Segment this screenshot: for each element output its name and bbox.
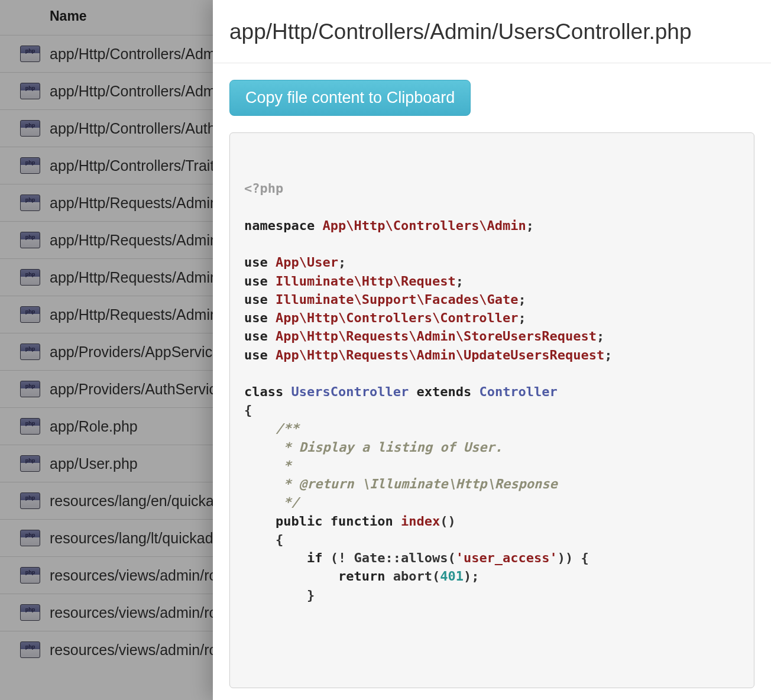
code-preview: <?php namespace App\Http\Controllers\Adm… [229, 132, 754, 688]
copy-to-clipboard-button[interactable]: Copy file content to Clipboard [229, 80, 471, 116]
modal-body: Copy file content to Clipboard <?php nam… [213, 63, 771, 700]
modal-header: app/Http/Controllers/Admin/UsersControll… [213, 0, 771, 63]
file-preview-modal: app/Http/Controllers/Admin/UsersControll… [213, 0, 771, 700]
modal-title: app/Http/Controllers/Admin/UsersControll… [229, 19, 754, 45]
